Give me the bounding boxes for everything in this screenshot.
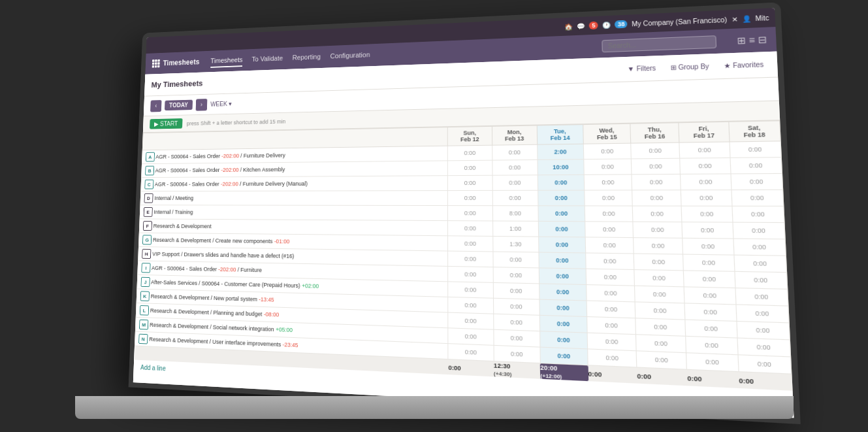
search-input[interactable] [602, 35, 716, 52]
pivot-view-btn[interactable]: ⊟ [758, 34, 767, 45]
fri-cell[interactable]: 0:00 [683, 238, 733, 255]
sun-cell[interactable]: 0:00 [448, 343, 494, 361]
fri-cell[interactable]: 0:00 [679, 141, 730, 158]
mon-cell[interactable]: 1:30 [492, 236, 538, 252]
tue-cell[interactable]: 0:00 [538, 252, 585, 268]
sun-cell[interactable]: 0:00 [448, 297, 493, 314]
next-week-button[interactable]: › [195, 98, 207, 110]
tue-cell[interactable]: 0:00 [538, 237, 585, 253]
tue-cell[interactable]: 0:00 [539, 331, 587, 348]
sun-cell[interactable]: 0:00 [448, 281, 493, 297]
wed-cell[interactable]: 0:00 [583, 158, 631, 174]
user-avatar[interactable]: 👤 [741, 14, 750, 22]
sun-cell[interactable]: 0:00 [448, 327, 493, 345]
mon-cell[interactable]: 0:00 [492, 267, 539, 283]
sat-cell[interactable]: 0:00 [737, 354, 791, 373]
wed-cell[interactable]: 0:00 [585, 252, 634, 269]
fri-cell[interactable]: 0:00 [683, 254, 735, 271]
sun-cell[interactable]: 0:00 [447, 190, 492, 205]
wed-cell[interactable]: 0:00 [587, 333, 636, 351]
thu-cell[interactable]: 0:00 [635, 301, 685, 319]
sun-cell[interactable]: 0:00 [447, 251, 492, 267]
fri-cell[interactable]: 0:00 [680, 173, 731, 190]
sat-cell[interactable]: 0:00 [732, 222, 784, 239]
sat-cell[interactable]: 0:00 [735, 304, 788, 322]
nav-reporting[interactable]: Reporting [292, 50, 321, 65]
sun-cell[interactable]: 0:00 [448, 266, 493, 282]
fri-cell[interactable]: 0:00 [682, 222, 733, 238]
mon-cell[interactable]: 0:00 [493, 298, 539, 315]
wed-cell[interactable]: 0:00 [583, 143, 631, 159]
tue-cell[interactable]: 0:00 [539, 299, 587, 316]
mon-cell[interactable]: 0:00 [493, 314, 539, 331]
thu-cell[interactable]: 0:00 [632, 190, 681, 205]
sat-cell[interactable]: 0:00 [731, 206, 784, 222]
thu-cell[interactable]: 0:00 [635, 334, 686, 352]
sun-cell[interactable]: 0:00 [447, 160, 492, 176]
tue-cell[interactable]: 10:00 [537, 159, 584, 174]
fri-cell[interactable]: 0:00 [684, 303, 736, 321]
wed-cell[interactable]: 0:00 [584, 190, 632, 205]
tue-cell[interactable]: 0:00 [539, 315, 587, 333]
sun-cell[interactable]: 0:00 [447, 220, 492, 236]
sun-cell[interactable]: 0:00 [447, 235, 492, 251]
thu-cell[interactable]: 0:00 [634, 253, 683, 270]
wed-cell[interactable]: 0:00 [587, 300, 635, 318]
tue-cell[interactable]: 0:00 [539, 267, 587, 284]
thu-cell[interactable]: 0:00 [634, 286, 684, 303]
mon-cell[interactable]: 0:00 [492, 144, 538, 160]
week-selector[interactable]: WEEK ▾ [210, 100, 232, 107]
wed-cell[interactable]: 0:00 [586, 284, 635, 301]
nav-configuration[interactable]: Configuration [330, 48, 370, 63]
tue-cell[interactable]: 0:00 [538, 174, 585, 190]
fri-cell[interactable]: 0:00 [686, 336, 737, 354]
mon-cell[interactable]: 0:00 [492, 282, 539, 299]
sat-cell[interactable]: 0:00 [729, 141, 781, 158]
fri-cell[interactable]: 0:00 [681, 190, 731, 206]
mon-cell[interactable]: 0:00 [492, 159, 538, 175]
thu-cell[interactable]: 0:00 [630, 142, 679, 159]
fri-cell[interactable]: 0:00 [681, 206, 732, 222]
thu-cell[interactable]: 0:00 [633, 222, 683, 238]
sat-cell[interactable]: 0:00 [730, 157, 782, 173]
mon-cell[interactable]: 0:00 [493, 329, 539, 347]
fri-cell[interactable]: 0:00 [686, 352, 739, 371]
sat-cell[interactable]: 0:00 [734, 271, 787, 289]
mon-cell[interactable]: 0:00 [493, 345, 539, 363]
sat-cell[interactable]: 0:00 [731, 190, 783, 206]
sat-cell[interactable]: 0:00 [730, 173, 782, 190]
thu-cell[interactable]: 0:00 [634, 269, 684, 286]
sun-cell[interactable]: 0:00 [447, 205, 492, 220]
mon-cell[interactable]: 0:00 [492, 252, 539, 268]
sat-cell[interactable]: 0:00 [735, 288, 788, 305]
grid-view-btn[interactable]: ⊞ [736, 35, 745, 46]
sat-cell[interactable]: 0:00 [737, 338, 790, 357]
sat-cell[interactable]: 0:00 [733, 239, 786, 256]
tue-cell[interactable]: 0:00 [538, 205, 585, 221]
wed-cell[interactable]: 0:00 [587, 316, 635, 334]
wed-cell[interactable]: 0:00 [585, 237, 634, 253]
thu-cell[interactable]: 0:00 [632, 174, 681, 190]
mon-cell[interactable]: 0:00 [492, 174, 538, 190]
home-icon[interactable]: 🏠 [564, 22, 573, 29]
nav-timesheets[interactable]: Timesheets [210, 54, 243, 68]
prev-week-button[interactable]: ‹ [150, 99, 161, 111]
sun-cell[interactable]: 0:00 [447, 145, 492, 161]
thu-cell[interactable]: 0:00 [632, 206, 682, 222]
mon-cell[interactable]: 0:00 [492, 190, 538, 206]
tue-cell[interactable]: 0:00 [538, 190, 585, 206]
start-button[interactable]: ▶ START [150, 118, 182, 129]
thu-cell[interactable]: 0:00 [631, 158, 680, 174]
tue-cell[interactable]: 0:00 [538, 221, 585, 237]
sun-cell[interactable]: 0:00 [447, 175, 492, 190]
wed-cell[interactable]: 0:00 [587, 348, 636, 367]
group-by-button[interactable]: ⊞ Group By [666, 60, 713, 73]
tue-cell[interactable]: 0:00 [539, 283, 587, 300]
thu-cell[interactable]: 0:00 [633, 237, 683, 254]
wed-cell[interactable]: 0:00 [586, 269, 635, 286]
wed-cell[interactable]: 0:00 [584, 174, 632, 190]
sun-cell[interactable]: 0:00 [448, 312, 493, 329]
fri-cell[interactable]: 0:00 [684, 286, 735, 304]
tue-cell[interactable]: 2:00 [537, 144, 583, 159]
messages-icon[interactable]: 💬 [577, 22, 585, 29]
